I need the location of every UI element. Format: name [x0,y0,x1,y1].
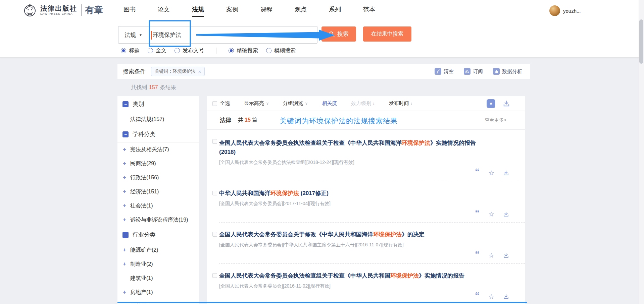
result-checkbox[interactable] [212,191,217,195]
search-in-results-button[interactable]: 在结果中搜索 [363,26,411,42]
chevron-down-icon: ∨ [305,101,308,106]
expand-plus-icon[interactable]: + [123,289,130,296]
download-button[interactable] [503,252,509,258]
expand-plus-icon[interactable]: + [123,188,130,195]
search-in-results-label: 在结果中搜索 [371,31,403,38]
download-icon [503,294,509,300]
sidebar-item-real-estate[interactable]: + 房地产(1) [117,285,199,299]
group-label: 法律 [220,116,231,124]
select-all-label[interactable]: 全选 [220,100,230,107]
favorite-icon[interactable]: ☆ [488,211,494,218]
nav-item-courses[interactable]: 课程 [260,5,273,13]
scrollbar-track[interactable] [639,0,644,304]
nav-item-series[interactable]: 系列 [329,5,341,13]
download-button[interactable] [503,294,509,300]
collapse-minus-icon[interactable]: − [122,101,129,107]
data-analytics-button[interactable]: 数据分析 [493,68,522,75]
sidebar-item-energy-mining[interactable]: + 能源矿产(2) [117,243,199,257]
radio-icon [175,48,180,53]
sidebar-item-civil-commercial-law[interactable]: + 民商法(29) [117,157,199,171]
download-icon [503,252,509,258]
legal-database-page: 法律出版社 LAW PRESS·CHINA 有章 图书 论文 法规 案例 课程 … [0,0,644,304]
cite-icon[interactable]: “ [475,253,480,258]
sidebar-item-laws-regulations[interactable]: 法律法规(157) [117,112,199,126]
search-input[interactable] [153,32,304,38]
download-all-button[interactable] [503,100,510,107]
nav-item-books[interactable]: 图书 [123,5,136,13]
group-browse-dropdown[interactable]: 分组浏览 ∨ [283,100,308,107]
show-highlight-dropdown[interactable]: 显示高亮 ∨ [244,100,269,107]
result-row: 全国人民代表大会常务委员会执法检查组关于检查《中华人民共和国海洋环境保护法》实施… [219,130,525,181]
cite-icon[interactable]: “ [475,211,480,217]
result-row: 全国人民代表大会常务委员会关于修改《中华人民共和国海洋环境保护法》的决定 [全国… [219,223,525,264]
brand-name-cn: 法律出版社 [40,5,77,12]
sidebar-section-category[interactable]: − 类别 [117,96,199,112]
favorite-icon[interactable]: ☆ [488,170,494,176]
search-scope-dropdown[interactable]: 法规 ▼ [118,31,148,39]
result-checkbox[interactable] [212,232,217,237]
radio-icon [266,48,271,53]
download-button[interactable] [503,211,509,217]
tag-close-icon[interactable]: × [198,69,201,74]
sidebar-item-administrative-law[interactable]: + 行政法(156) [117,171,199,185]
expand-plus-icon[interactable]: + [123,202,130,209]
result-actions: “ ☆ [219,169,509,177]
sidebar-section-subject[interactable]: − 学科分类 [117,126,199,142]
search-icon [329,31,335,37]
radio-exact-search[interactable]: 精确搜索 [229,47,258,54]
radio-fuzzy-search[interactable]: 模糊搜索 [266,47,296,54]
sidebar-item-economic-law[interactable]: + 经济法(151) [117,185,199,199]
favorite-icon[interactable]: ☆ [488,293,494,300]
search-box: 法规 ▼ [118,26,317,44]
result-title-link[interactable]: 全国人民代表大会常务委员会关于修改《中华人民共和国海洋环境保护法》的决定 [219,230,488,239]
collapse-minus-icon[interactable]: − [122,131,129,137]
expand-plus-icon[interactable]: + [123,146,130,153]
brand[interactable]: 法律出版社 LAW PRESS·CHINA 有章 [22,2,103,18]
result-title-link[interactable]: 全国人民代表大会常务委员会执法检查组关于检查《中华人民共和国海洋环境保护法》实施… [219,138,488,157]
user-menu[interactable]: youzh... [549,5,581,16]
nav-item-cases[interactable]: 案例 [226,5,238,13]
radio-fulltext[interactable]: 全文 [148,47,166,54]
result-checkbox[interactable] [212,273,217,278]
sort-effect-level[interactable]: 效力级别 ↓ [351,100,375,107]
radio-document-number[interactable]: 发布文号 [175,47,204,54]
cite-icon[interactable]: “ [475,294,480,299]
brand-text: 法律出版社 LAW PRESS·CHINA [40,5,77,15]
nav-item-templates[interactable]: 范本 [363,5,375,13]
clear-button[interactable]: 清空 [435,68,454,75]
search-button[interactable]: 搜索 [321,26,356,42]
radio-title[interactable]: 标题 [121,47,140,54]
nav-item-opinions[interactable]: 观点 [295,5,307,13]
subscribe-button[interactable]: 订阅 [464,68,483,75]
scrollbar-thumb[interactable] [639,19,643,64]
expand-plus-icon[interactable]: + [123,247,130,253]
sidebar-item-construction[interactable]: 建筑业(1) [117,271,199,285]
sidebar-item-social-law[interactable]: + 社会法(1) [117,199,199,213]
expand-plus-icon[interactable]: + [123,160,130,167]
avatar[interactable] [549,5,560,16]
expand-plus-icon[interactable]: + [123,217,130,223]
sort-relevance[interactable]: 相关度 [322,100,337,107]
search-conditions-bar: 搜索条件 关键词：环境保护法 × 清空 订阅 数据分析 [117,64,530,79]
select-all-checkbox[interactable] [212,101,217,106]
highlighted-keyword: 环境保护法 [402,140,430,146]
result-title-link[interactable]: 全国人民代表大会常务委员会执法检查组关于检查《中华人民共和国环境保护法》实施情况… [219,271,488,280]
result-title-link[interactable]: 中华人民共和国海洋环境保护法 (2017修正) [219,189,488,198]
sidebar-item-constitutional-law[interactable]: + 宪法及相关法(7) [117,142,199,157]
sidebar-section-industry[interactable]: − 行业分类 [117,227,199,243]
sort-publish-date[interactable]: 发布时间 ↓ [389,100,413,107]
collapse-minus-icon[interactable]: − [122,232,129,238]
expand-plus-icon[interactable]: + [123,261,130,267]
favorite-icon[interactable]: ☆ [488,252,494,259]
cite-icon[interactable]: “ [475,170,480,176]
download-button[interactable] [503,170,509,176]
sidebar-item-procedure-law[interactable]: + 诉讼与非诉讼程序法(19) [117,213,199,227]
result-checkbox[interactable] [212,139,217,144]
favorite-all-button[interactable]: ★ [487,99,495,108]
nav-item-papers[interactable]: 论文 [158,5,170,13]
view-more-link[interactable]: 查看更多> [485,117,506,123]
sidebar-item-manufacturing[interactable]: + 制造业(2) [117,257,199,271]
sidebar-item-healthcare[interactable]: 医药卫生(2) [117,299,199,304]
expand-plus-icon[interactable]: + [123,174,130,181]
nav-item-regulations[interactable]: 法规 [192,5,204,13]
